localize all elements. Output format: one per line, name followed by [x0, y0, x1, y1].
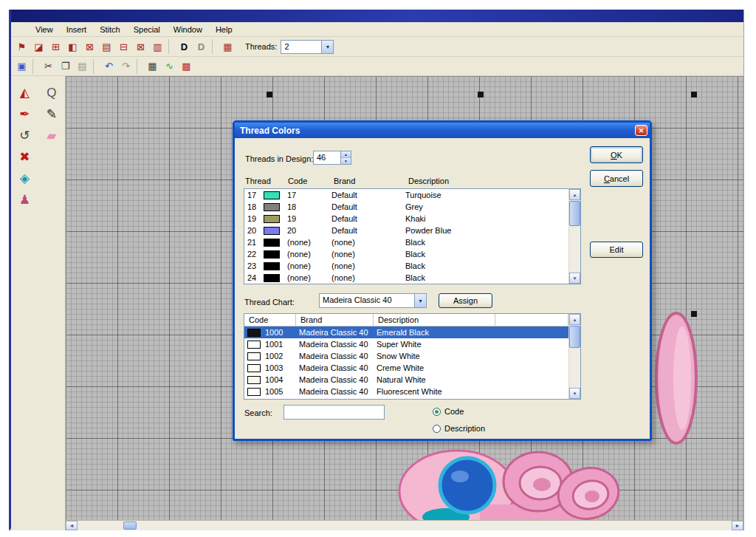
- design-thread-row[interactable]: 21(none)(none)Black: [244, 236, 568, 248]
- chart-col-extra: [495, 314, 568, 326]
- spinner-buttons: ▲ ▼: [340, 151, 351, 164]
- design-thread-row[interactable]: 1818DefaultGrey: [244, 201, 568, 213]
- palette-grid-icon[interactable]: ▦: [220, 39, 236, 55]
- assign-button[interactable]: Assign: [439, 293, 492, 308]
- scroll-left-button[interactable]: ◄: [66, 521, 78, 530]
- selection-handle[interactable]: [478, 92, 484, 98]
- radio-code-indicator[interactable]: [433, 408, 441, 416]
- chevron-down-icon[interactable]: ▼: [414, 294, 426, 307]
- chart-brand: Madeira Classic 40: [299, 352, 377, 360]
- menu-item-window[interactable]: Window: [167, 24, 209, 35]
- radio-code-label: Code: [444, 407, 464, 416]
- radio-code[interactable]: Code: [433, 407, 464, 416]
- design-list-scrollbar[interactable]: ▲ ▼: [568, 189, 580, 284]
- stamp-tool-icon[interactable]: ♟: [19, 194, 30, 206]
- design-thread-row[interactable]: 24(none)(none)Black: [244, 272, 568, 284]
- edit-button[interactable]: Edit: [590, 242, 643, 258]
- pointer-tool-icon[interactable]: ◭: [20, 86, 30, 99]
- selection-handle[interactable]: [691, 311, 697, 317]
- design-thread-row[interactable]: 23(none)(none)Black: [244, 260, 568, 272]
- thread-chart-combobox[interactable]: Madeira Classic 40 ▼: [319, 293, 427, 308]
- menu-item-help[interactable]: Help: [209, 24, 239, 35]
- menu-item-stitch[interactable]: Stitch: [93, 24, 127, 35]
- copy-icon[interactable]: ❐: [58, 58, 73, 74]
- design-thread-row[interactable]: 1919DefaultKhaki: [244, 213, 568, 225]
- scroll-thumb[interactable]: [569, 201, 580, 226]
- french-knot-icon[interactable]: ⊠: [133, 39, 148, 55]
- thread-code: 18: [287, 202, 331, 211]
- fill-tool-icon[interactable]: ◈: [20, 172, 30, 185]
- cancel-button[interactable]: Cancel: [590, 170, 643, 187]
- selection-handle[interactable]: [267, 92, 272, 98]
- close-icon[interactable]: ✕: [635, 125, 647, 136]
- design-thread-list[interactable]: 1717DefaultTurquoise1818DefaultGrey1919D…: [244, 188, 581, 284]
- chart-thread-row[interactable]: 1000Madeira Classic 40Emerald Black: [244, 326, 568, 338]
- design-thread-row[interactable]: 1717DefaultTurquoise: [244, 189, 568, 201]
- pen-tool-icon[interactable]: ✒: [19, 108, 30, 120]
- design-outline-d-icon[interactable]: D: [193, 39, 209, 55]
- scroll-down-button[interactable]: ▼: [569, 273, 580, 284]
- dialog-titlebar[interactable]: Thread Colors: [235, 123, 650, 138]
- chart-thread-row[interactable]: 1003Madeira Classic 40Creme White: [244, 362, 568, 374]
- chart-thread-row[interactable]: 1002Madeira Classic 40Snow White: [244, 350, 568, 362]
- scroll-right-button[interactable]: ►: [732, 521, 743, 530]
- back-stitch-icon[interactable]: ▤: [99, 39, 114, 55]
- chevron-down-icon[interactable]: ▼: [321, 41, 333, 53]
- radio-description[interactable]: Description: [433, 424, 485, 433]
- radio-description-label: Description: [444, 424, 485, 433]
- grid-toggle-icon[interactable]: ▦: [145, 58, 160, 74]
- chart-thread-row[interactable]: 1004Madeira Classic 40Natural White: [244, 374, 568, 386]
- rotate-tool-icon[interactable]: ↺: [19, 129, 30, 142]
- cut-icon[interactable]: ✂: [41, 58, 56, 74]
- selection-handle[interactable]: [691, 92, 697, 98]
- full-grid-icon[interactable]: ⊞: [48, 39, 63, 55]
- thread-color-swatch: [264, 227, 287, 235]
- scroll-down-button[interactable]: ▼: [569, 388, 580, 399]
- bead-icon[interactable]: ▥: [150, 39, 165, 55]
- menu-item-insert[interactable]: Insert: [60, 24, 94, 35]
- chart-thread-list[interactable]: Code Brand Description 1000Madeira Class…: [244, 313, 581, 400]
- eraser-tool-icon[interactable]: ▰: [47, 129, 56, 142]
- save-icon[interactable]: ▣: [14, 58, 30, 74]
- radio-description-indicator[interactable]: [433, 425, 441, 433]
- design-thread-row[interactable]: 22(none)(none)Black: [244, 248, 568, 260]
- spin-down-button[interactable]: ▼: [341, 158, 351, 164]
- design-thread-row[interactable]: 2020DefaultPowder Blue: [244, 225, 568, 236]
- chart-view-icon[interactable]: ∿: [162, 58, 177, 74]
- pencil-tool-icon[interactable]: ✎: [47, 108, 57, 120]
- scroll-up-button[interactable]: ▲: [569, 189, 580, 200]
- thread-number: 18: [247, 202, 264, 211]
- chart-thread-row[interactable]: 1005Madeira Classic 40Fluorescent White: [244, 386, 568, 397]
- spin-up-button[interactable]: ▲: [341, 151, 351, 158]
- chart-thread-row[interactable]: 1001Madeira Classic 40Super White: [244, 338, 568, 350]
- chart-list-scrollbar[interactable]: ▲ ▼: [568, 314, 580, 399]
- thread-color-swatch: [264, 262, 287, 270]
- search-input[interactable]: [284, 405, 385, 420]
- outline-box-icon[interactable]: ⊟: [116, 39, 131, 55]
- petite-stitch-icon[interactable]: ⊠: [82, 39, 97, 55]
- zoom-tool-icon[interactable]: Q: [47, 86, 56, 99]
- redo-icon[interactable]: ↷: [118, 58, 134, 74]
- full-stitch-tool-icon[interactable]: ✖: [19, 151, 30, 163]
- threads-combobox[interactable]: 2 ▼: [281, 40, 334, 54]
- app-titlebar[interactable]: [11, 10, 743, 22]
- thread-color-swatch: [264, 215, 287, 223]
- menu-item-special[interactable]: Special: [127, 24, 167, 35]
- ok-button[interactable]: OK: [590, 146, 643, 163]
- quarter-stitch-icon[interactable]: ◧: [65, 39, 80, 55]
- menu-item-view[interactable]: View: [29, 24, 60, 35]
- scroll-thumb[interactable]: [123, 521, 137, 530]
- undo-icon[interactable]: ↶: [101, 58, 117, 74]
- thread-brand: (none): [331, 250, 405, 259]
- horizontal-scrollbar[interactable]: ◄ ►: [66, 520, 743, 530]
- threads-in-design-spinner[interactable]: 46 ▲ ▼: [313, 151, 351, 165]
- scroll-thumb[interactable]: [569, 326, 580, 348]
- scroll-up-button[interactable]: ▲: [569, 314, 580, 325]
- half-stitch-icon[interactable]: ◪: [31, 39, 47, 55]
- design-solid-d-icon[interactable]: D: [176, 39, 192, 55]
- symbols-view-icon[interactable]: ▩: [179, 58, 194, 74]
- paste-icon[interactable]: ▤: [75, 58, 90, 74]
- thread-color-swatch: [264, 203, 287, 211]
- pattern-flag-icon[interactable]: ⚑: [14, 39, 30, 55]
- chart-description: Creme White: [377, 363, 498, 372]
